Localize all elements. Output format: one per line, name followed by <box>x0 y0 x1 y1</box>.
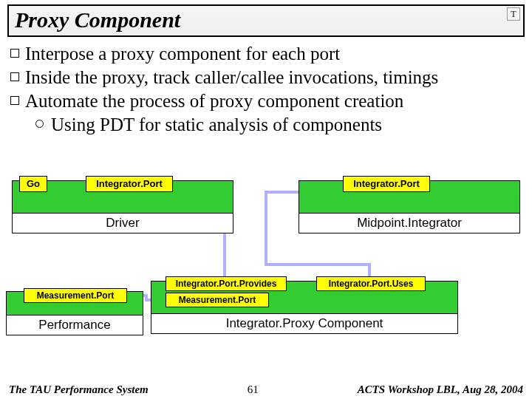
footer-left: The TAU Performance System <box>9 383 149 396</box>
driver-go-port: Go <box>19 176 47 192</box>
sub-bullet-item: Using PDT for static analysis of compone… <box>35 114 522 136</box>
square-bullet-icon <box>10 49 19 58</box>
bullet-item: Inside the proxy, track caller/callee in… <box>10 66 522 89</box>
bullet-text: Automate the process of proxy component … <box>25 90 403 112</box>
performance-measurement-port: Measurement.Port <box>24 288 127 303</box>
proxy-label: Integrator.Proxy Component <box>151 313 458 334</box>
slide-title-box: Proxy Component T <box>7 4 525 37</box>
slide-title: Proxy Component <box>15 7 517 33</box>
sub-bullet-text: Using PDT for static analysis of compone… <box>51 114 382 136</box>
bullet-text: Inside the proxy, track caller/callee in… <box>25 66 438 89</box>
midpoint-label: Midpoint.Integrator <box>299 213 520 233</box>
component-diagram: Driver Go Integrator.Port Midpoint.Integ… <box>0 173 532 372</box>
square-bullet-icon <box>10 72 19 81</box>
bullet-item: Interpose a proxy component for each por… <box>10 43 522 65</box>
slide-footer: The TAU Performance System 61 ACTS Works… <box>0 383 532 396</box>
footer-page-number: 61 <box>248 383 259 396</box>
performance-label: Performance <box>6 315 143 335</box>
tau-logo-icon: T <box>507 7 520 21</box>
driver-label: Driver <box>12 213 233 233</box>
circle-bullet-icon <box>35 120 44 128</box>
proxy-provides-port: Integrator.Port.Provides <box>166 276 287 291</box>
bullet-text: Interpose a proxy component for each por… <box>25 43 340 65</box>
bullet-list: Interpose a proxy component for each por… <box>10 43 522 136</box>
square-bullet-icon <box>10 96 19 105</box>
midpoint-integrator-port: Integrator.Port <box>343 176 430 192</box>
driver-integrator-port: Integrator.Port <box>86 176 173 192</box>
footer-right: ACTS Workshop LBL, Aug 28, 2004 <box>358 383 523 396</box>
proxy-measurement-port: Measurement.Port <box>166 293 269 307</box>
bullet-item: Automate the process of proxy component … <box>10 90 522 112</box>
proxy-uses-port: Integrator.Port.Uses <box>316 276 426 291</box>
